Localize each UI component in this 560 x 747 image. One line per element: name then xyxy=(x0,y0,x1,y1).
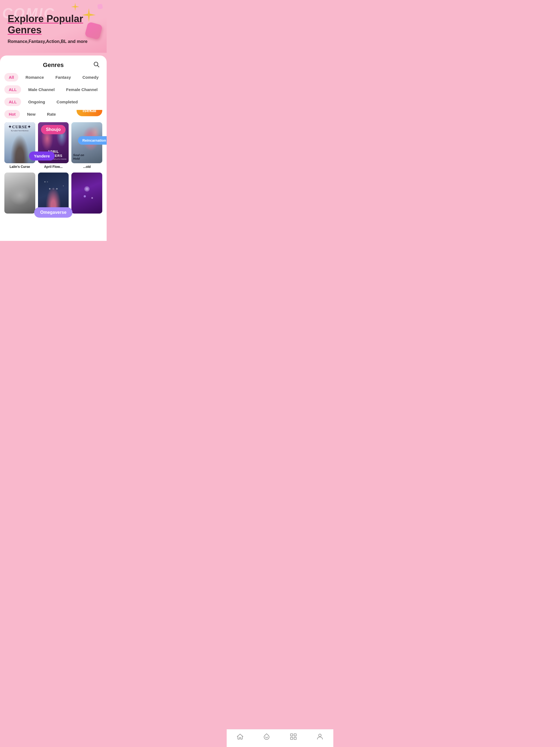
comic-title-lalins-curse: Lalin's Curse xyxy=(4,165,35,169)
svg-line-1 xyxy=(98,66,99,67)
sort-filter-new[interactable]: New xyxy=(23,110,40,119)
channel-filter-female[interactable]: Female Channel xyxy=(62,85,102,94)
comic-item-bw[interactable] xyxy=(4,173,35,213)
card-header: Genres xyxy=(0,55,107,73)
status-filter-all[interactable]: ALL xyxy=(4,98,21,106)
hero-subtitle: Romance,Fantasy,Action,BL and more xyxy=(8,39,99,44)
channel-filter-all[interactable]: ALL xyxy=(4,85,21,94)
comic-item-purple[interactable] xyxy=(71,173,102,213)
curse-author-text: By Isabel Terol Martínez xyxy=(4,130,35,131)
hero-section: COMIC Explore Popular Genres Romance,Fan… xyxy=(0,0,107,53)
isekai-tag[interactable]: Isekai xyxy=(77,110,102,116)
status-filter-ongoing[interactable]: Ongoing xyxy=(24,98,50,106)
sort-filter-hot[interactable]: Hot xyxy=(4,110,20,119)
status-filter-row: ALL Ongoing Completed xyxy=(4,98,102,106)
sparkle-small-icon xyxy=(71,3,79,11)
main-card: Genres All Romance Fantasy Comedy Action… xyxy=(0,55,107,241)
genre-filter-comedy[interactable]: Comedy xyxy=(78,73,102,81)
genre-filter-romance[interactable]: Romance xyxy=(21,73,48,81)
comic-cover-purple xyxy=(71,173,102,213)
comic-title-soul-on-hold: ...old xyxy=(71,165,102,169)
curse-title-text: ✦CURSE✦ xyxy=(4,124,35,129)
status-filter-completed[interactable]: Completed xyxy=(52,98,82,106)
pink-small-cube-decoration xyxy=(97,4,103,9)
genre-filter-fantasy[interactable]: Fantasy xyxy=(51,73,75,81)
genre-filter-all[interactable]: All xyxy=(4,73,18,81)
comic-item-april-flowers[interactable]: APRILFLOWERS HALF GHOST. COMPLETE FRIEND… xyxy=(38,122,69,169)
channel-filter-row: ALL Male Channel Female Channel xyxy=(4,85,102,94)
cover-soul-text: Soul onHold xyxy=(73,153,84,160)
search-icon xyxy=(93,61,100,68)
shoujo-tag[interactable]: Shoujo xyxy=(41,125,66,134)
reincarnation-tag[interactable]: Reincarnation xyxy=(78,136,107,145)
channel-filter-male[interactable]: Male Channel xyxy=(24,85,59,94)
sparkle-big-icon xyxy=(82,8,96,22)
comic-item-soul-on-hold[interactable]: Soul onHold ...old Reincarnation xyxy=(71,122,102,169)
comics-section: ✦CURSE✦ By Isabel Terol Martínez Lalin's… xyxy=(0,122,107,235)
comic-cover-bw xyxy=(4,173,35,213)
comics-grid-row2: ✦ ✧ ✦ Omegaverse xyxy=(4,173,102,213)
sort-filter-row: Hot New Rate Isekai xyxy=(4,110,102,119)
filter-section: All Romance Fantasy Comedy Action Dra AL… xyxy=(0,73,107,119)
yandere-tag[interactable]: Yandere xyxy=(29,152,55,160)
decorative-sparkles xyxy=(68,3,104,38)
pink-cube-decoration xyxy=(84,22,103,40)
card-title: Genres xyxy=(43,61,64,69)
sort-filter-rate[interactable]: Rate xyxy=(43,110,60,119)
genre-filter-row: All Romance Fantasy Comedy Action Dra xyxy=(4,73,102,81)
comic-item-lalins-curse[interactable]: ✦CURSE✦ By Isabel Terol Martínez Lalin's… xyxy=(4,122,35,169)
comic-title-april-flowers: April Flow... xyxy=(38,165,69,169)
omegaverse-tag[interactable]: Omegaverse xyxy=(34,207,73,217)
search-button[interactable] xyxy=(91,59,101,69)
comics-grid-row1: ✦CURSE✦ By Isabel Terol Martínez Lalin's… xyxy=(4,122,102,169)
